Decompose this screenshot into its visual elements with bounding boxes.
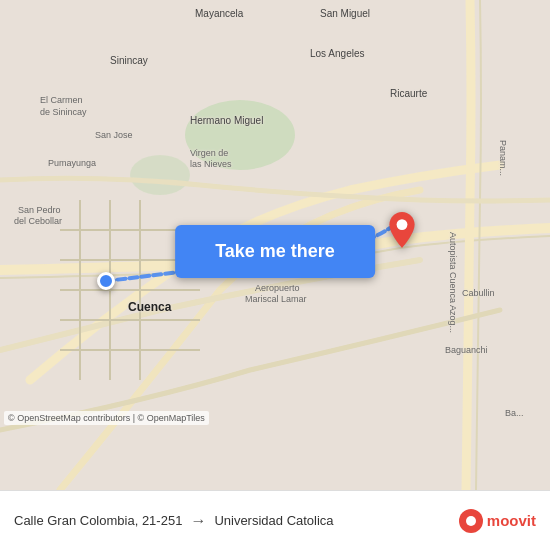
destination-marker [388,212,416,252]
take-me-there-button[interactable]: Take me there [175,225,375,278]
route-to: Universidad Catolica [214,513,333,528]
route-info: Calle Gran Colombia, 21-251 → Universida… [14,512,459,530]
moovit-icon [459,509,483,533]
svg-point-11 [397,219,408,230]
route-from: Calle Gran Colombia, 21-251 [14,513,182,528]
moovit-icon-inner [466,516,476,526]
map-container: Mayancela San Miguel Los Angeles Sininca… [0,0,550,490]
bottom-bar: Calle Gran Colombia, 21-251 → Universida… [0,490,550,550]
route-arrow-icon: → [190,512,206,530]
svg-point-2 [130,155,190,195]
svg-point-1 [185,100,295,170]
moovit-logo: moovit [459,509,536,533]
map-attribution: © OpenStreetMap contributors | © OpenMap… [4,411,209,425]
moovit-brand-name: moovit [487,512,536,529]
origin-marker [97,272,115,290]
